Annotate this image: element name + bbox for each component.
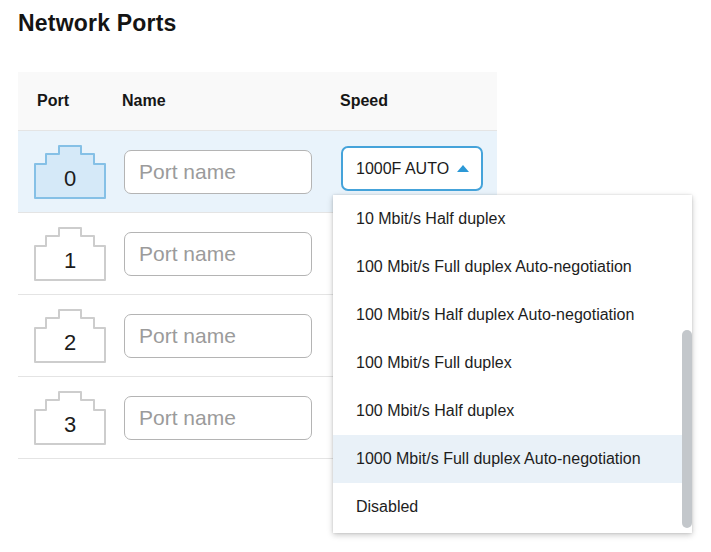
menu-item-100-half-auto[interactable]: 100 Mbit/s Half duplex Auto-negotiation <box>333 291 692 339</box>
port-name-input[interactable] <box>124 232 312 276</box>
port-number: 2 <box>33 324 107 362</box>
page-title: Network Ports <box>18 10 177 37</box>
port-icon: 3 <box>33 390 107 446</box>
table-header: Port Name Speed <box>18 72 497 131</box>
speed-options-menu: 10 Mbit/s Half duplex 100 Mbit/s Full du… <box>333 195 692 533</box>
column-header-speed: Speed <box>340 72 388 130</box>
port-number: 0 <box>33 160 107 198</box>
caret-up-icon <box>457 165 469 172</box>
speed-select[interactable]: 1000F AUTO <box>341 146 483 191</box>
port-name-input[interactable] <box>124 150 312 194</box>
port-number: 3 <box>33 406 107 444</box>
menu-item-100-full[interactable]: 100 Mbit/s Full duplex <box>333 339 692 387</box>
menu-item-1000-full-auto[interactable]: 1000 Mbit/s Full duplex Auto-negotiation <box>333 435 692 483</box>
port-name-input[interactable] <box>124 314 312 358</box>
menu-item-10-half[interactable]: 10 Mbit/s Half duplex <box>333 195 692 243</box>
menu-item-disabled[interactable]: Disabled <box>333 483 692 531</box>
port-icon: 0 <box>33 144 107 200</box>
port-number: 1 <box>33 242 107 280</box>
menu-scrollbar-thumb[interactable] <box>682 330 692 528</box>
column-header-name: Name <box>122 72 166 130</box>
speed-select-value: 1000F AUTO <box>356 160 451 178</box>
port-name-input[interactable] <box>124 396 312 440</box>
column-header-port: Port <box>37 72 69 130</box>
menu-item-100-half[interactable]: 100 Mbit/s Half duplex <box>333 387 692 435</box>
port-icon: 1 <box>33 226 107 282</box>
menu-item-100-full-auto[interactable]: 100 Mbit/s Full duplex Auto-negotiation <box>333 243 692 291</box>
port-icon: 2 <box>33 308 107 364</box>
